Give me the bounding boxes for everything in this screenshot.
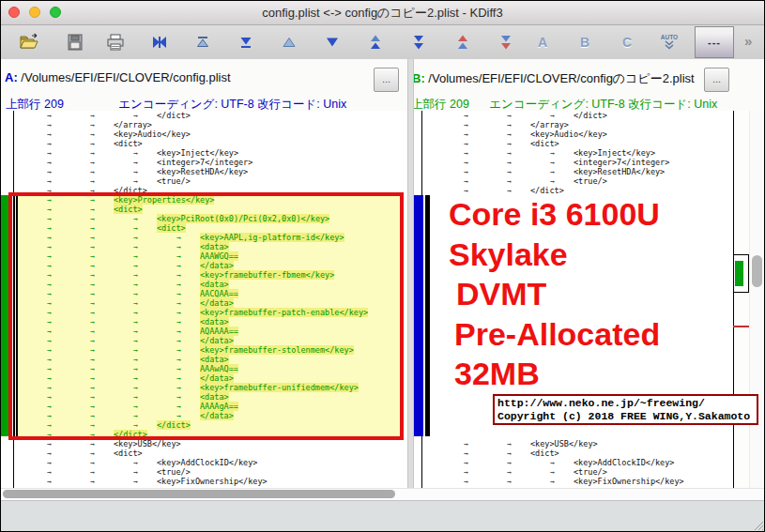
toolbar-button-select-a[interactable]: A [526, 28, 559, 56]
double-down-arrow-icon [663, 40, 676, 51]
browse-b-button[interactable]: ... [704, 68, 729, 92]
annotation-line: 32MB [449, 354, 660, 394]
toolbar-button-goto-current-delta[interactable] [143, 28, 176, 56]
file-a-label: A: [5, 70, 18, 84]
pane-a-diff-margin-bar [1, 195, 8, 436]
tab-arrow-icon: → [100, 478, 144, 486]
credit-copyright: Copyright (c) 2018 FREE WING,Y.Sakamoto [497, 410, 754, 423]
code-text: <dict> [530, 448, 559, 458]
code-line: →→→<true/> [431, 467, 733, 477]
code-line: →→</array> [14, 120, 403, 129]
window-title: config.plist <-> configのコピー2.plist - KDi… [1, 5, 764, 22]
toolbar-button-goto-prev-unsolved-conflict[interactable] [446, 28, 480, 56]
overview-viewport-rect[interactable] [733, 254, 749, 293]
code-line [431, 430, 733, 439]
select-b-label: B [580, 35, 589, 50]
overflow-chevron: » [744, 33, 752, 49]
code-text: <integer>7</integer> [574, 158, 669, 167]
tab-arrow-icon: → [474, 478, 517, 486]
overview-red-marker [733, 326, 749, 327]
code-line: →→→<key>FixOwnership</key> [431, 477, 733, 486]
code-text: <key>FixOwnership</key> [157, 477, 268, 486]
code-line: →→<dict> [431, 448, 733, 458]
toolbar-button-save[interactable] [58, 28, 92, 56]
code-line: →→→</dict> [431, 111, 733, 120]
code-text: <true/> [157, 467, 191, 477]
toolbar-button-open-file[interactable] [12, 28, 46, 56]
code-line: →→<key>USB</key> [14, 439, 403, 448]
code-text: <dict> [114, 139, 143, 148]
code-line: →→</array> [431, 120, 733, 129]
next-unsolved-conflict-icon [497, 34, 514, 51]
prev-delta-icon [281, 34, 298, 51]
last-delta-icon [237, 34, 254, 51]
toolbar-button-select-c[interactable]: C [610, 28, 644, 56]
resize-grip[interactable] [751, 518, 764, 531]
select-a-label: A [538, 35, 547, 50]
toolbar-button-goto-prev-conflict[interactable] [359, 28, 392, 56]
annotation-line: DVMT [449, 274, 660, 314]
toolbar-button-goto-first-delta[interactable] [186, 28, 220, 56]
current-delta-icon [150, 34, 169, 51]
prev-unsolved-conflict-icon [454, 34, 471, 51]
auto-solve-icon: AUTO [661, 34, 678, 51]
printer-icon [106, 34, 125, 51]
select-c-label: C [622, 35, 632, 50]
code-text: <key>ResetHDA</key> [574, 167, 665, 176]
code-text: <true/> [574, 467, 607, 477]
vertical-scrollbar-thumb[interactable] [752, 255, 762, 287]
code-line: →→→<integer>7</integer> [14, 158, 403, 167]
annotation-headline: Core i3 6100U Skylake DVMT Pre-Allocated… [449, 194, 660, 394]
toolbar-button-select-b[interactable]: B [568, 28, 602, 56]
more-options-button[interactable]: --- [695, 26, 734, 58]
code-line: →→<key>Audio</key> [431, 129, 733, 139]
code-line: →→→</dict> [14, 111, 403, 120]
toolbar-button-goto-next-conflict[interactable] [402, 28, 436, 56]
diff-overview-column[interactable] [734, 111, 749, 488]
horizontal-scrollbar-thumb[interactable] [3, 490, 395, 498]
code-line: →→→<key>FixOwnership</key> [14, 477, 403, 486]
line-position-a: 上部行 209 [6, 98, 64, 111]
code-text: <key>USB</key> [530, 439, 598, 448]
pane-b-header: B: /Volumes/EFI/EFI/CLOVER/configのコピー2.p… [408, 59, 765, 94]
pane-b-current-diff-marker [425, 195, 430, 436]
open-folder-icon [19, 33, 39, 52]
auto-label: AUTO [661, 34, 678, 40]
encoding-a: エンコーディング: UTF-8 改行コード: Unix [118, 98, 346, 111]
code-line: →→→<true/> [14, 467, 403, 477]
file-a-title: A: /Volumes/EFI/EFI/CLOVER/config.plist [5, 70, 231, 84]
toolbar-overflow-button[interactable]: » [744, 33, 752, 49]
annotation-line: Pre-Allocated [449, 314, 660, 355]
toolbar-button-goto-prev-delta[interactable] [272, 28, 306, 56]
next-conflict-icon [410, 34, 427, 51]
toolbar-button-goto-next-unsolved-conflict[interactable] [489, 28, 523, 56]
code-text: <dict> [530, 139, 559, 148]
code-line: →→→<key>ResetHDA</key> [14, 167, 403, 176]
code-line: →→<dict> [431, 139, 733, 148]
toolbar-button-auto-solve[interactable]: AUTO [652, 28, 686, 56]
toolbar-button-goto-last-delta[interactable] [229, 28, 263, 56]
code-line: →→<dict> [14, 139, 403, 148]
code-text: <key>Audio</key> [114, 129, 191, 139]
toolbar-button-print[interactable] [99, 28, 132, 56]
annotation-credit-box: http://www.neko.ne.jp/~freewing/ Copyrig… [493, 394, 758, 425]
prev-conflict-icon [367, 34, 384, 51]
code-line: →→→<key>Inject</key> [14, 148, 403, 158]
annotation-line: Skylake [449, 235, 660, 275]
code-line: →→→<key>AddClockID</key> [431, 458, 733, 467]
vertical-scrollbar-track[interactable] [749, 111, 765, 488]
pane-splitter[interactable] [407, 59, 414, 488]
code-line: →→→<true/> [14, 176, 403, 186]
file-b-path: /Volumes/EFI/EFI/CLOVER/configのコピー2.plis… [428, 71, 694, 85]
kdiff3-window: config.plist <-> configのコピー2.plist - KDi… [0, 0, 765, 532]
pane-a-header: A: /Volumes/EFI/EFI/CLOVER/config.plist … [1, 59, 405, 94]
code-text: </array> [530, 120, 569, 129]
code-text: <integer>7</integer> [157, 158, 252, 167]
file-b-label: B: [412, 71, 425, 85]
code-text: <true/> [574, 176, 607, 186]
code-text: <key>AddClockID</key> [574, 458, 674, 467]
title-bar: config.plist <-> configのコピー2.plist - KDi… [1, 1, 764, 25]
toolbar-button-goto-next-delta[interactable] [315, 28, 349, 56]
tab-arrow-icon: → [517, 478, 560, 486]
browse-a-button[interactable]: ... [374, 68, 399, 92]
